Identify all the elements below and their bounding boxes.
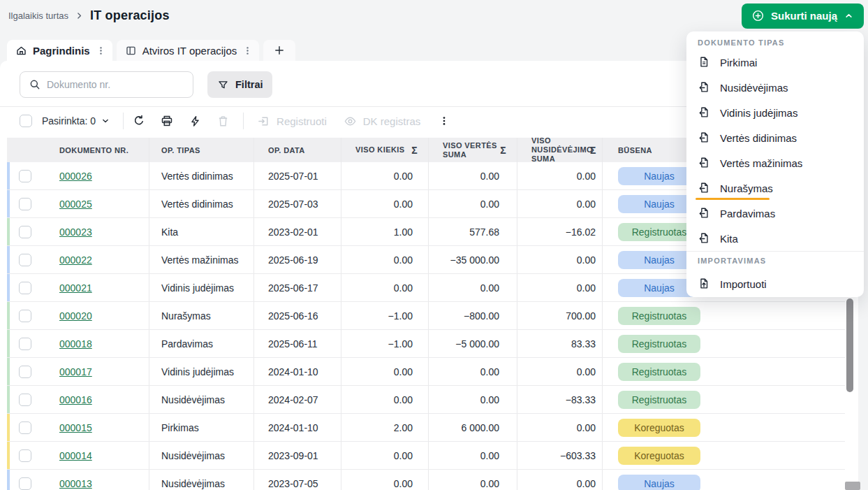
delete-button[interactable] [209, 108, 237, 134]
status-badge: Registruotas [618, 335, 700, 353]
value-sum-cell: 0.00 [428, 190, 517, 217]
eye-icon [344, 115, 357, 128]
create-new-dropdown: DOKUMENTO TIPAS Pirkimai Nusidėvėjimas V… [686, 31, 864, 297]
qty-cell: 0.00 [341, 190, 428, 217]
document-out-icon [698, 157, 710, 169]
op-date-cell: 2025-06-19 [253, 246, 341, 273]
filters-button[interactable]: Filtrai [207, 71, 272, 98]
row-checkbox-cell [7, 302, 59, 329]
vertical-scrollbar-thumb[interactable] [846, 298, 853, 392]
op-type-cell: Vertės mažinimas [149, 246, 253, 273]
row-status-stripe [7, 414, 10, 441]
row-status-stripe [7, 190, 10, 217]
status-cell: Naujas [602, 470, 845, 490]
value-sum-cell: 0.00 [428, 358, 517, 385]
column-header-viso-kiekis[interactable]: VISO KIEKISΣ [341, 138, 428, 162]
row-checkbox[interactable] [19, 254, 31, 266]
document-number-link[interactable]: 000014 [59, 450, 92, 461]
row-checkbox[interactable] [19, 282, 31, 294]
toolbar-more-button[interactable] [436, 113, 453, 129]
menu-item-kita[interactable]: Kita [686, 226, 864, 251]
depreciation-sum-cell: 83.33 [517, 330, 602, 357]
tab-menu-icon[interactable] [96, 45, 106, 56]
quick-action-button[interactable] [181, 108, 209, 134]
menu-item-pirkimai[interactable]: Pirkimai [686, 50, 864, 75]
column-header-viso-vertes-suma[interactable]: VISO VERTĖS SUMAΣ [428, 138, 517, 162]
dk-registras-label: DK registras [363, 115, 421, 127]
table-row: 000018 Pardavimas 2025-06-11 −1.00 −5 00… [7, 330, 845, 358]
document-number-cell: 000025 [59, 190, 149, 217]
tab-pagrindinis[interactable]: Pagrindinis [7, 40, 112, 61]
plus-circle-icon [751, 9, 765, 22]
menu-item-vert-s-ma-inimas[interactable]: Vertės mažinimas [686, 150, 864, 175]
status-badge: Registruotas [618, 391, 700, 409]
document-number-cell: 000020 [59, 302, 149, 329]
menu-item-importuoti[interactable]: Importuoti [686, 271, 864, 296]
document-number-link[interactable]: 000016 [59, 394, 92, 405]
search-input[interactable] [20, 71, 193, 98]
document-number-link[interactable]: 000018 [59, 338, 92, 350]
tab-menu-icon[interactable] [242, 45, 253, 56]
document-number-link[interactable]: 000020 [59, 310, 92, 322]
op-type-cell: Nusidėvėjimas [149, 386, 253, 413]
select-all-checkbox[interactable] [20, 115, 32, 127]
selected-count-dropdown[interactable]: Pasirinkta: 0 [39, 115, 113, 127]
row-checkbox[interactable] [19, 338, 31, 350]
row-checkbox[interactable] [19, 170, 31, 182]
register-button[interactable]: Registruoti [257, 115, 327, 128]
column-header-label: DOKUMENTO NR. [59, 146, 128, 154]
register-label: Registruoti [277, 115, 327, 127]
document-number-link[interactable]: 000023 [59, 226, 92, 238]
horizontal-scrollbar-thumb[interactable] [845, 482, 860, 490]
tab-atviros-it-operacijos[interactable]: Atviros IT operacijos [117, 40, 260, 61]
menu-item-vert-s-didinimas[interactable]: Vertės didinimas [686, 125, 864, 150]
dk-registras-button[interactable]: DK registras [344, 115, 421, 128]
sum-icon[interactable]: Σ [500, 145, 506, 156]
op-date-cell: 2025-07-01 [253, 162, 341, 189]
print-button[interactable] [153, 108, 181, 134]
row-checkbox[interactable] [19, 198, 31, 210]
document-number-link[interactable]: 000026 [59, 171, 92, 182]
row-checkbox[interactable] [19, 421, 31, 434]
column-header-dokumento-nr[interactable]: DOKUMENTO NR. [59, 138, 149, 162]
depreciation-sum-cell: 700.00 [517, 302, 602, 329]
document-number-link[interactable]: 000015 [59, 422, 92, 433]
row-checkbox[interactable] [19, 394, 31, 406]
row-checkbox[interactable] [19, 449, 31, 462]
refresh-button[interactable] [125, 108, 153, 134]
op-date-cell: 2025-06-17 [253, 274, 341, 301]
op-date-cell: 2023-09-01 [253, 442, 341, 469]
column-header-op-data[interactable]: OP. DATA [253, 138, 341, 162]
row-checkbox[interactable] [19, 310, 31, 322]
row-checkbox[interactable] [19, 366, 31, 378]
status-cell: Koreguotas [602, 442, 845, 469]
op-type-cell: Nusidėvėjimas [149, 442, 253, 469]
add-tab-button[interactable] [263, 40, 295, 61]
column-header-op-tipas[interactable]: OP. TIPAS [149, 138, 253, 162]
breadcrumb-parent-link[interactable]: Ilgalaikis turtas [8, 10, 68, 21]
row-status-stripe [7, 302, 10, 329]
op-type-cell: Pirkimas [149, 414, 253, 441]
row-checkbox-cell [7, 274, 59, 301]
row-checkbox-cell [7, 246, 59, 273]
row-checkbox[interactable] [19, 226, 31, 238]
menu-item-nusid-v-jimas[interactable]: Nusidėvėjimas [686, 75, 864, 100]
document-number-link[interactable]: 000025 [59, 199, 92, 210]
menu-item-vidinis-jud-jimas[interactable]: Vidinis judėjimas [686, 100, 864, 125]
document-number-link[interactable]: 000017 [59, 366, 92, 377]
document-number-link[interactable]: 000013 [59, 478, 92, 489]
op-type-cell: Nusidėvėjimas [149, 470, 253, 490]
op-type-cell: Vertės didinimas [149, 162, 253, 189]
status-cell: Registruotas [602, 358, 845, 385]
document-number-link[interactable]: 000022 [59, 254, 92, 266]
document-number-link[interactable]: 000021 [59, 282, 92, 294]
menu-item-nura-ymas[interactable]: Nurašymas [686, 175, 864, 201]
sum-icon[interactable]: Σ [590, 145, 596, 156]
row-checkbox[interactable] [19, 477, 31, 490]
op-type-cell: Nurašymas [149, 302, 253, 329]
sum-icon[interactable]: Σ [411, 145, 418, 156]
row-status-stripe [7, 330, 10, 357]
menu-item-pardavimas[interactable]: Pardavimas [686, 201, 864, 226]
create-new-button[interactable]: Sukurti naują [742, 3, 864, 29]
column-header-viso-nusidevejimo-suma[interactable]: VISO NUSIDĖVĖJIMO SUMAΣ [517, 138, 602, 162]
